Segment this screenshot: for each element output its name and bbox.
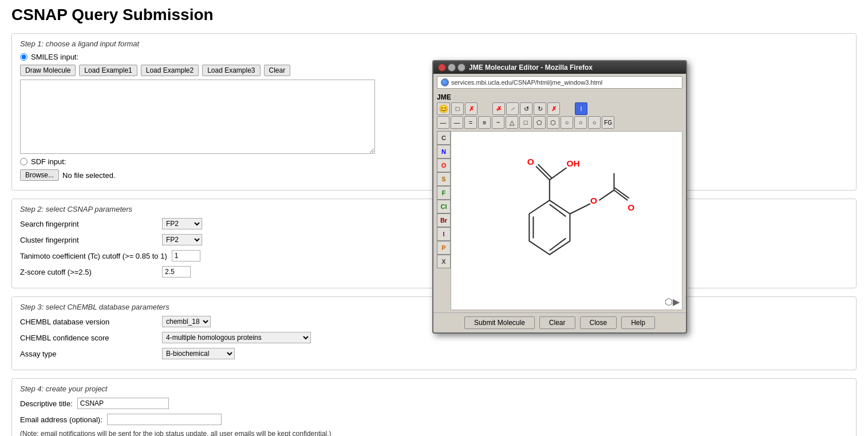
sdf-label: SDF input: (31, 157, 66, 166)
svg-line-10 (570, 204, 590, 214)
jme-double-bond[interactable]: = (464, 116, 477, 129)
email-row: Email address (optional): (20, 414, 848, 425)
zscore-input[interactable] (162, 266, 191, 278)
jme-clear-btn[interactable]: Clear (539, 316, 575, 329)
load-example3-button[interactable]: Load Example3 (202, 65, 260, 76)
jme-atom-buttons: C N O S F Cl Br I P X (437, 131, 451, 310)
clear-smiles-button[interactable]: Clear (264, 65, 291, 76)
jme-delete2-btn[interactable]: ✗ (492, 102, 505, 115)
jme-smiley-btn[interactable]: 😊 (437, 102, 450, 115)
jme-redo-btn[interactable]: ↻ (534, 102, 546, 115)
jme-circle1[interactable]: ○ (561, 116, 573, 129)
db-version-select[interactable]: chembl_18 chembl_19 chembl_20 (162, 316, 211, 327)
jme-single-bond[interactable]: — (437, 116, 449, 129)
sdf-radio[interactable] (20, 158, 27, 165)
tc-label: Tanimoto coefficient (Tc) cutoff (>= 0.8… (20, 252, 167, 260)
jme-sep2 (561, 102, 574, 115)
svg-text:OH: OH (567, 158, 580, 168)
svg-text:O: O (590, 196, 597, 205)
jme-iodine-btn[interactable]: I (437, 227, 451, 241)
step4-title: Step 4: create your project (20, 385, 848, 393)
jme-toolbar-row2: — — = ≡ ~ △ □ ⬠ ⬡ ○ ○ ○ FG (437, 116, 682, 129)
jme-close-window-btn[interactable]: Close (580, 316, 617, 329)
jme-help-btn[interactable]: Help (621, 316, 655, 329)
smiles-textarea[interactable] (20, 80, 375, 154)
jme-phosphorus-btn[interactable]: P (437, 241, 451, 255)
jme-circle2[interactable]: ○ (574, 116, 587, 129)
svg-text:O: O (527, 157, 534, 167)
jme-select-btn[interactable]: □ (451, 102, 464, 115)
jme-circle3[interactable]: ○ (588, 116, 601, 129)
jme-undo-btn[interactable]: ↺ (520, 102, 532, 115)
assay-label: Assay type (20, 350, 157, 358)
svg-line-14 (614, 188, 629, 199)
note-row: (Note: email notifications will be sent … (20, 430, 848, 436)
cluster-fp-select[interactable]: FP2 FP3 FP4 MACCS (162, 234, 202, 245)
jme-carbon-btn[interactable]: C (437, 131, 451, 145)
confidence-select[interactable]: 1-default 2-intermediate 3-high throughp… (162, 332, 311, 343)
zscore-label: Z-score cutoff (>=2.5) (20, 268, 157, 276)
browse-button[interactable]: Browse... (20, 169, 59, 181)
jme-x-btn[interactable]: X (437, 255, 451, 268)
jme-toolbar: 😊 □ ✗ ✗ ⟋ ↺ ↻ ✗ I — — = ≡ (437, 102, 682, 129)
jme-addressbar: services.mbi.ucla.edu/CSNAP/html/jme_win… (437, 76, 682, 89)
jme-clear-canvas-btn[interactable]: ✗ (547, 102, 560, 115)
jme-hexagon[interactable]: ⬡ (547, 116, 559, 129)
jme-sulfur-btn[interactable]: S (437, 172, 451, 186)
jme-url: services.mbi.ucla.edu/CSNAP/html/jme_win… (451, 79, 602, 86)
svg-line-12 (599, 190, 614, 200)
jme-molecule-svg: O OH O O (451, 132, 682, 310)
jme-titlebar: JME Molecular Editor - Mozilla Firefox (433, 61, 686, 74)
load-example1-button[interactable]: Load Example1 (79, 65, 137, 76)
desc-title-input[interactable] (77, 398, 169, 409)
jme-title-text: JME Molecular Editor - Mozilla Firefox (469, 64, 681, 72)
assay-select[interactable]: B-biochemical F-functional A-ADMET P-phy… (162, 348, 235, 359)
search-fp-select[interactable]: FP2 FP3 FP4 MACCS (162, 218, 202, 229)
jme-sep1 (479, 102, 491, 115)
cluster-fp-label: Cluster fingerprint (20, 236, 157, 244)
jme-drawing-area[interactable]: O OH O O (451, 131, 682, 310)
svg-line-7 (550, 168, 567, 180)
jme-triple-bond[interactable]: ≡ (478, 116, 491, 129)
no-file-text: No file selected. (62, 171, 116, 180)
draw-molecule-button[interactable]: Draw Molecule (20, 65, 76, 76)
jme-close-btn[interactable] (438, 64, 446, 72)
jme-max-btn[interactable] (457, 64, 465, 72)
jme-wavy-bond[interactable]: ~ (492, 116, 504, 129)
step1-title: Step 1: choose a ligand input format (20, 39, 848, 48)
jme-hexagon-icon[interactable]: ⬡▶ (665, 296, 680, 307)
jme-pentagon[interactable]: ⬠ (533, 116, 546, 129)
email-input[interactable] (107, 414, 222, 425)
load-example2-button[interactable]: Load Example2 (141, 65, 199, 76)
note-text: (Note: email notifications will be sent … (20, 430, 332, 436)
jme-square[interactable]: □ (519, 116, 532, 129)
confidence-label: CHEMBL confidence score (20, 334, 157, 342)
jme-min-btn[interactable] (448, 64, 456, 72)
globe-icon (441, 78, 449, 86)
jme-content: JME 😊 □ ✗ ✗ ⟋ ↺ ↻ ✗ I — (433, 91, 686, 312)
jme-fluorine-btn[interactable]: F (437, 186, 451, 200)
jme-triangle[interactable]: △ (506, 116, 518, 129)
jme-chlorine-btn[interactable]: Cl (437, 200, 451, 213)
jme-canvas-area: C N O S F Cl Br I P X (437, 131, 682, 310)
jme-info-btn[interactable]: I (575, 102, 587, 115)
jme-oxygen-btn[interactable]: O (437, 158, 451, 172)
assay-row: Assay type B-biochemical F-functional A-… (20, 348, 848, 359)
jme-fg-btn[interactable]: FG (602, 116, 614, 129)
jme-nitrogen-btn[interactable]: N (437, 145, 451, 158)
jme-bromine-btn[interactable]: Br (437, 213, 451, 227)
jme-stereo-btn[interactable]: ⟋ (506, 102, 519, 115)
tc-input[interactable] (172, 250, 200, 261)
jme-window[interactable]: JME Molecular Editor - Mozilla Firefox s… (432, 60, 687, 334)
jme-footer-buttons: Submit Molecule Clear Close Help (433, 312, 686, 332)
smiles-label: SMILES input: (31, 53, 78, 61)
jme-dash-bond[interactable]: — (451, 116, 463, 129)
jme-toolbar-row1: 😊 □ ✗ ✗ ⟋ ↺ ↻ ✗ I (437, 102, 682, 115)
jme-submit-molecule-btn[interactable]: Submit Molecule (464, 316, 535, 329)
jme-delete-btn[interactable]: ✗ (465, 102, 478, 115)
desc-title-label: Descriptive title: (20, 399, 73, 408)
smiles-radio[interactable] (20, 53, 27, 61)
db-version-label: CHEMBL database version (20, 318, 157, 326)
step4-section: Step 4: create your project Descriptive … (11, 378, 857, 436)
svg-text:O: O (628, 203, 634, 212)
